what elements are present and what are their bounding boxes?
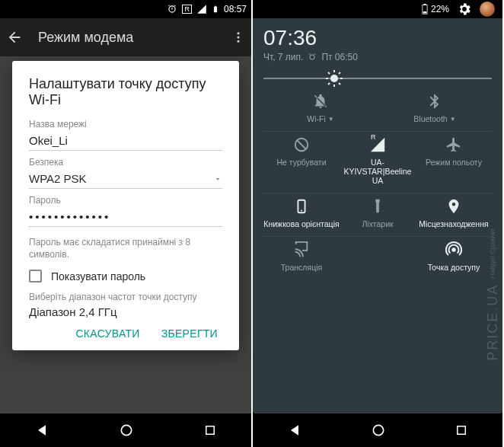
tile-location-label: Місцезнаходження xyxy=(419,219,488,228)
tile-cast[interactable]: Трансляція xyxy=(263,237,340,279)
tile-cast-label: Трансляція xyxy=(281,263,322,272)
svg-point-8 xyxy=(330,75,338,82)
brightness-thumb-icon xyxy=(325,69,343,88)
overflow-menu-icon[interactable] xyxy=(231,30,245,44)
tile-airplane[interactable]: Режим польоту xyxy=(416,132,492,193)
svg-point-3 xyxy=(121,425,131,435)
svg-line-16 xyxy=(339,72,340,74)
battery-percent: 22% xyxy=(431,4,449,14)
svg-line-13 xyxy=(328,72,330,74)
password-hint: Пароль має складатися принаймні з 8 симв… xyxy=(29,236,222,260)
cancel-button[interactable]: СКАСУВАТИ xyxy=(75,327,139,340)
nav-back-icon[interactable] xyxy=(34,423,49,438)
band-dropdown[interactable]: Діапазон 2,4 ГГц xyxy=(29,302,222,320)
nav-bar xyxy=(253,413,502,447)
roaming-badge: R xyxy=(182,5,192,14)
phone-left: R 08:57 Режим модема ПUД П НПV Пт Налашт… xyxy=(0,0,251,447)
user-avatar[interactable] xyxy=(480,2,495,17)
signal-icon xyxy=(369,136,386,153)
battery-indicator: 22% xyxy=(422,4,449,14)
svg-line-14 xyxy=(339,83,340,85)
band-label: Виберіть діапазон частот точки доступу xyxy=(29,292,222,302)
tile-hotspot[interactable]: Точка доступу xyxy=(416,237,492,279)
dnd-off-icon xyxy=(293,136,310,153)
nav-home-icon[interactable] xyxy=(119,423,134,438)
hotspot-icon xyxy=(445,241,462,258)
svg-line-15 xyxy=(328,83,330,85)
save-button[interactable]: ЗБЕРЕГТИ xyxy=(161,327,218,340)
svg-point-1 xyxy=(238,37,240,39)
brightness-slider[interactable] xyxy=(263,78,492,79)
location-icon xyxy=(445,198,462,215)
alarm-icon xyxy=(167,4,177,14)
notifications-off-icon xyxy=(312,93,329,110)
bluetooth-off-icon xyxy=(426,93,443,110)
nav-home-icon[interactable] xyxy=(371,423,386,438)
tile-dnd-label: Не турбувати xyxy=(276,158,326,167)
checkbox-box xyxy=(29,270,42,283)
password-input[interactable] xyxy=(29,206,222,227)
status-bar: R 08:57 xyxy=(0,0,251,18)
page-title: Режим модема xyxy=(38,30,133,46)
hotspot-config-dialog: Налаштувати точку доступу Wi-Fi Назва ме… xyxy=(12,61,239,350)
tile-wifi[interactable]: Wi-Fi▼ xyxy=(263,90,378,131)
svg-point-21 xyxy=(451,247,456,252)
airplane-icon xyxy=(445,136,462,153)
alarm-icon xyxy=(308,53,317,62)
qs-date-row: Чт, 7 лип. Пт 06:50 xyxy=(263,52,492,62)
qs-status-bar: 22% xyxy=(253,0,502,18)
status-time: 08:57 xyxy=(224,4,247,14)
quick-settings-panel: 07:36 Чт, 7 лип. Пт 06:50 Wi-Fi▼ Bluetoo… xyxy=(253,18,502,413)
portrait-lock-icon xyxy=(293,198,310,215)
qs-date: Чт, 7 лип. xyxy=(263,52,303,62)
security-value: WPA2 PSK xyxy=(29,172,87,185)
svg-point-20 xyxy=(301,210,302,212)
tile-flashlight[interactable]: Ліхтарик xyxy=(340,193,416,236)
qs-clock: 07:36 xyxy=(263,26,492,50)
svg-line-18 xyxy=(297,140,307,150)
phone-right: 22% 07:36 Чт, 7 лип. Пт 06:50 Wi-Fi▼ Blu… xyxy=(251,0,502,447)
tile-airplane-label: Режим польоту xyxy=(426,158,482,167)
app-header: Режим модема xyxy=(0,18,251,56)
flashlight-icon xyxy=(369,198,386,215)
show-password-checkbox[interactable]: Показувати пароль xyxy=(29,270,222,283)
security-dropdown[interactable]: WPA2 PSK xyxy=(29,168,222,189)
nav-recents-icon[interactable] xyxy=(455,423,468,437)
svg-rect-7 xyxy=(423,11,427,13)
battery-icon xyxy=(212,4,219,14)
ssid-input[interactable] xyxy=(29,129,222,151)
tile-bluetooth[interactable]: Bluetooth▼ xyxy=(378,90,492,131)
dialog-scrim[interactable]: Налаштувати точку доступу Wi-Fi Назва ме… xyxy=(0,56,251,413)
tile-wifi-label: Wi-Fi xyxy=(307,114,326,123)
signal-icon xyxy=(196,4,207,14)
password-label: Пароль xyxy=(29,195,222,206)
tile-location[interactable]: Місцезнаходження xyxy=(416,193,492,236)
tile-flashlight-label: Ліхтарик xyxy=(362,219,393,228)
checkbox-label: Показувати пароль xyxy=(51,270,145,283)
security-label: Безпека xyxy=(29,157,222,168)
cast-icon xyxy=(293,241,310,258)
tile-bluetooth-label: Bluetooth xyxy=(413,114,447,123)
svg-point-22 xyxy=(373,425,383,435)
svg-rect-23 xyxy=(458,426,466,435)
qs-alarm: Пт 06:50 xyxy=(321,52,357,62)
tile-cellular[interactable]: R UA-KYIVSTAR|Beeline UA xyxy=(340,132,416,193)
chevron-down-icon xyxy=(213,174,222,184)
svg-rect-6 xyxy=(423,4,426,5)
tile-rotation[interactable]: Книжкова орієнтація xyxy=(263,193,340,236)
dialog-title: Налаштувати точку доступу Wi-Fi xyxy=(29,76,222,108)
ssid-label: Назва мережі xyxy=(29,119,222,129)
nav-bar xyxy=(0,413,251,447)
battery-icon xyxy=(422,4,428,14)
back-icon[interactable] xyxy=(6,29,23,46)
tile-cellular-label: UA-KYIVSTAR|Beeline UA xyxy=(343,158,412,185)
svg-point-0 xyxy=(238,32,240,34)
tile-rotation-label: Книжкова орієнтація xyxy=(263,219,339,228)
settings-gear-icon[interactable] xyxy=(457,2,472,17)
nav-back-icon[interactable] xyxy=(287,423,302,438)
tile-dnd[interactable]: Не турбувати xyxy=(263,132,340,193)
svg-point-2 xyxy=(238,40,240,43)
nav-recents-icon[interactable] xyxy=(203,423,217,437)
tile-hotspot-label: Точка доступу xyxy=(428,263,480,272)
svg-rect-4 xyxy=(206,426,214,435)
